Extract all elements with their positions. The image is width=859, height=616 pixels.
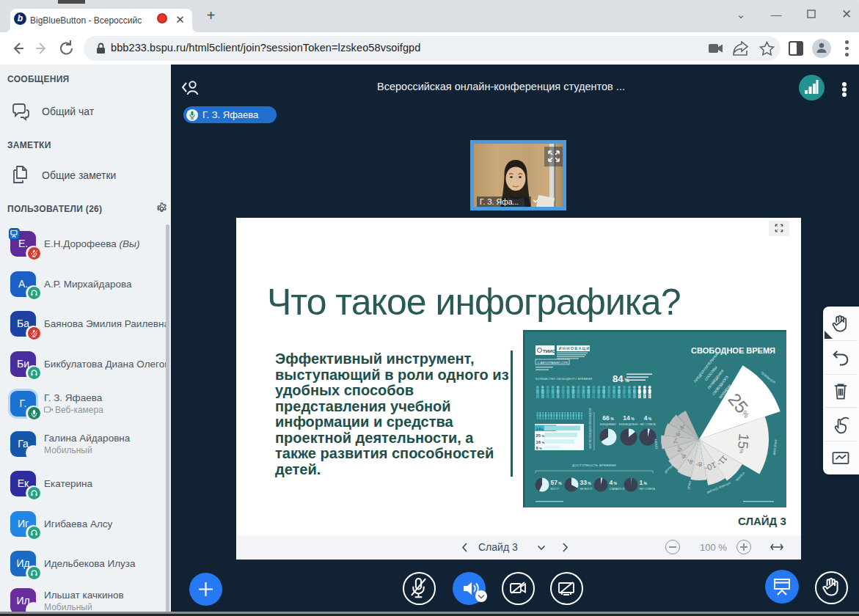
svg-text:НЕТ ОТВЕТА: НЕТ ОТВЕТА — [640, 423, 656, 426]
svg-text:С АВТОГРАФИИ СТРК: С АВТОГРАФИИ СТРК — [538, 361, 569, 364]
svg-text:25 %: 25 % — [536, 433, 545, 438]
svg-text:МОГУТ: МОГУТ — [551, 488, 560, 491]
svg-text:СТАРАЮТСЯ: СТАРАЮТСЯ — [610, 488, 626, 491]
svg-text:ЕЖЕДНЕВНО: ЕЖЕДНЕВНО — [600, 423, 616, 426]
svg-text:ЕЖЕНЕДЕЛЬНО: ЕЖЕНЕДЕЛЬНО — [619, 423, 639, 426]
svg-text:14%: 14% — [536, 427, 544, 431]
svg-text:НЕТ ОТВЕТА: НЕТ ОТВЕТА — [640, 488, 656, 491]
svg-text:ТИИС: ТИИС — [543, 348, 556, 353]
svg-text:КОЛИЧЕСТВО СВОБОДНОГО ВРЕМЕНИ: КОЛИЧЕСТВО СВОБОДНОГО ВРЕМЕНИ — [535, 378, 593, 381]
svg-text:ДОСТУПНОСТЬ ВРЕМЕНИ: ДОСТУПНОСТЬ ВРЕМЕНИ — [572, 463, 616, 467]
svg-text:ИННОВАЦИЯ: ИННОВАЦИЯ — [559, 346, 594, 351]
svg-text:16 %: 16 % — [536, 440, 545, 444]
svg-text:СВОБОДНОЕ ВРЕМЯ: СВОБОДНОЕ ВРЕМЯ — [691, 346, 775, 355]
svg-text:НЕ МОГУТ: НЕ МОГУТ — [580, 488, 593, 491]
svg-text:6 %: 6 % — [536, 446, 543, 450]
